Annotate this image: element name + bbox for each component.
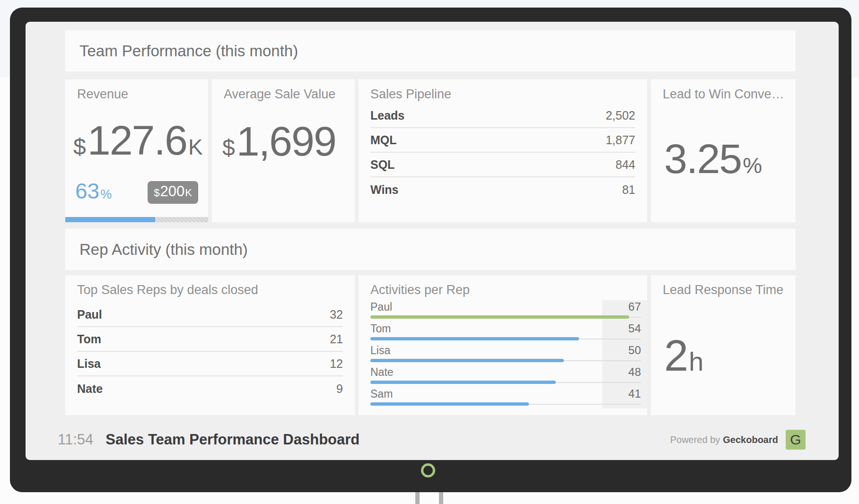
- chart-row: Sam 41: [370, 387, 641, 407]
- activities-bar-chart: Paul 67 Tom 54 Lisa 50: [370, 300, 641, 408]
- lead-to-win-unit: %: [743, 153, 762, 178]
- lead-response-number: 2: [664, 331, 687, 381]
- chart-row: Lisa 50: [370, 344, 641, 363]
- tv-stand-leg: [415, 492, 420, 504]
- lead-to-win-value: 3.25 %: [664, 135, 762, 183]
- row-value: 2,502: [605, 109, 635, 122]
- table-row: SQL 844: [370, 153, 635, 177]
- card-lead-to-win: Lead to Win Conve… 3.25 %: [651, 79, 796, 222]
- row-value: 9: [336, 382, 343, 396]
- section-title: Team Performance (this month): [79, 42, 298, 60]
- bar-track: [370, 337, 641, 340]
- row-value: 12: [330, 357, 343, 371]
- currency-symbol: $: [222, 135, 235, 161]
- row-value: 844: [615, 158, 635, 172]
- clock: 11:54: [58, 431, 93, 448]
- row-label: MQL: [370, 133, 397, 147]
- table-row: Nate 9: [77, 376, 343, 401]
- revenue-value: $ 127.6 K: [73, 116, 203, 165]
- card-title: Revenue: [77, 87, 199, 102]
- chart-category-label: Sam: [370, 388, 393, 400]
- section-header-team-performance: Team Performance (this month): [65, 30, 796, 71]
- power-indicator-ring: [421, 463, 435, 478]
- table-row: Paul 32: [77, 303, 343, 327]
- row-value: 21: [330, 332, 343, 346]
- revenue-percent: 63 %: [75, 178, 112, 204]
- bar: [370, 381, 556, 384]
- percent-number: 63: [75, 178, 99, 204]
- chart-row: Tom 54: [370, 322, 641, 341]
- chart-category-label: Paul: [370, 301, 392, 313]
- bar: [370, 359, 564, 362]
- row-label: Wins: [370, 183, 399, 197]
- dashboard-footer: 11:54 Sales Team Performance Dashboard P…: [26, 422, 839, 458]
- revenue-goal-badge: $ 200 K: [148, 181, 198, 204]
- card-lead-response-time: Lead Response Time 2 h: [651, 275, 796, 415]
- currency-symbol: $: [73, 134, 86, 160]
- row-label: Nate: [77, 382, 103, 396]
- card-sales-pipeline: Sales Pipeline Leads 2,502 MQL 1,877 SQL…: [359, 79, 647, 222]
- table-row: Wins 81: [370, 177, 635, 202]
- chart-value-label: 67: [628, 300, 641, 313]
- card-title: Lead to Win Conve…: [663, 87, 786, 102]
- bar-track: [370, 315, 641, 319]
- table-row: MQL 1,877: [370, 128, 635, 153]
- card-title: Top Sales Reps by deals closed: [77, 283, 345, 297]
- chart-value-label: 50: [628, 344, 641, 357]
- bar: [370, 402, 529, 406]
- chart-row: Nate 48: [370, 365, 641, 385]
- table-row: Leads 2,502: [370, 104, 635, 128]
- card-top-sales-reps: Top Sales Reps by deals closed Paul 32 T…: [65, 275, 355, 415]
- powered-by-label: Powered by: [670, 434, 720, 445]
- average-sale-value: $ 1,699: [222, 117, 336, 165]
- bar: [370, 315, 629, 319]
- row-value: 32: [330, 308, 343, 322]
- section-header-rep-activity: Rep Activity (this month): [65, 229, 796, 270]
- row-value: 1,877: [605, 133, 635, 147]
- card-activities-per-rep: Activities per Rep Paul 67 Tom 54: [359, 275, 647, 415]
- table-row: Lisa 12: [77, 352, 343, 376]
- chart-value-label: 48: [628, 365, 641, 379]
- row-label: Paul: [77, 308, 102, 322]
- revenue-progress-fill: [65, 217, 155, 222]
- goal-currency: $: [154, 187, 159, 199]
- revenue-number: 127.6: [88, 116, 187, 165]
- geckoboard-logo-icon: G: [786, 430, 806, 450]
- section-title: Rep Activity (this month): [79, 241, 248, 259]
- lead-to-win-number: 3.25: [664, 135, 741, 183]
- bar-track: [370, 381, 641, 384]
- chart-value-label: 41: [628, 387, 641, 400]
- chart-value-label: 54: [628, 322, 641, 335]
- bar: [370, 337, 579, 340]
- card-title: Activities per Rep: [370, 283, 638, 297]
- bar-track: [370, 359, 641, 362]
- goal-unit: K: [185, 187, 192, 199]
- tv-stand-leg: [439, 492, 443, 504]
- card-title: Sales Pipeline: [370, 87, 638, 102]
- logo-letter: G: [790, 432, 801, 448]
- dashboard-title: Sales Team Performance Dashboard: [105, 431, 359, 448]
- chart-category-label: Lisa: [370, 344, 390, 357]
- row-label: Lisa: [77, 357, 101, 371]
- revenue-unit: K: [188, 134, 203, 160]
- row-value: 81: [622, 183, 635, 197]
- pipeline-table: Leads 2,502 MQL 1,877 SQL 844 Wins 81: [370, 104, 635, 202]
- table-row: Tom 21: [77, 327, 343, 352]
- brand-name: Geckoboard: [723, 434, 778, 445]
- row-label: Tom: [77, 332, 101, 346]
- revenue-progress-track: [65, 217, 208, 222]
- percent-symbol: %: [100, 187, 112, 202]
- dashboard-screen: Team Performance (this month) Revenue $ …: [26, 22, 839, 460]
- lead-response-unit: h: [689, 346, 703, 377]
- row-label: SQL: [370, 158, 394, 172]
- card-average-sale-value: Average Sale Value $ 1,699: [212, 79, 355, 222]
- row-label: Leads: [370, 109, 404, 122]
- average-sale-number: 1,699: [237, 117, 336, 165]
- bar-track: [370, 402, 641, 406]
- card-title: Average Sale Value: [224, 87, 345, 102]
- card-revenue: Revenue $ 127.6 K 63 % $ 200 K: [65, 79, 208, 222]
- top-reps-table: Paul 32 Tom 21 Lisa 12 Nate 9: [77, 303, 343, 401]
- chart-category-label: Nate: [370, 366, 394, 379]
- lead-response-value: 2 h: [664, 331, 703, 381]
- tv-bezel: Team Performance (this month) Revenue $ …: [10, 8, 851, 492]
